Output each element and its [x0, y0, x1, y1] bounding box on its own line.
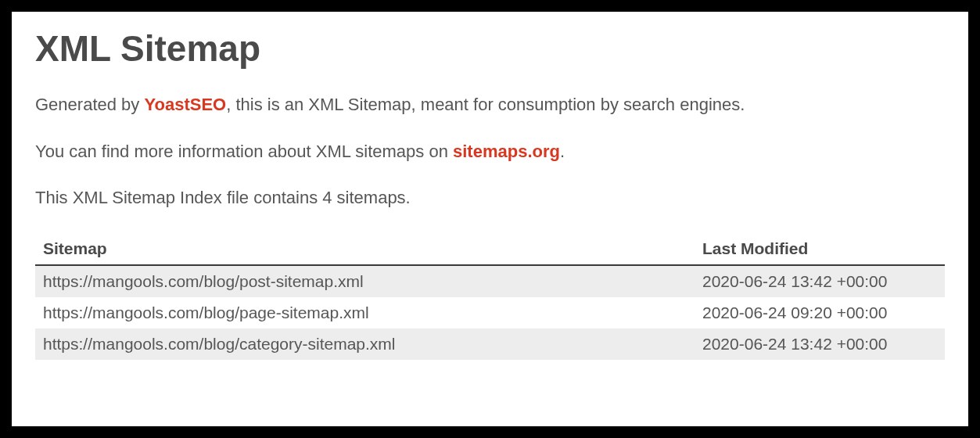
- table-header-row: Sitemap Last Modified: [35, 233, 945, 265]
- intro-text: You can find more information about XML …: [35, 142, 453, 161]
- last-modified-value: 2020-06-24 13:42 +00:00: [695, 265, 945, 297]
- last-modified-value: 2020-06-24 13:42 +00:00: [695, 328, 945, 360]
- intro-text: Generated by: [35, 95, 144, 114]
- table-row: https://mangools.com/blog/page-sitemap.x…: [35, 297, 945, 328]
- header-last-modified: Last Modified: [695, 233, 945, 265]
- intro-paragraph-2: You can find more information about XML …: [35, 140, 945, 163]
- sitemap-table: Sitemap Last Modified https://mangools.c…: [35, 233, 945, 360]
- intro-block: Generated by YoastSEO, this is an XML Si…: [35, 93, 945, 210]
- intro-paragraph-3: This XML Sitemap Index file contains 4 s…: [35, 186, 945, 210]
- page-title: XML Sitemap: [35, 27, 945, 70]
- sitemap-url[interactable]: https://mangools.com/blog/page-sitemap.x…: [35, 297, 695, 328]
- table-row: https://mangools.com/blog/post-sitemap.x…: [35, 265, 945, 297]
- header-sitemap: Sitemap: [35, 233, 695, 265]
- sitemap-page: XML Sitemap Generated by YoastSEO, this …: [12, 12, 968, 426]
- intro-paragraph-1: Generated by YoastSEO, this is an XML Si…: [35, 93, 945, 117]
- sitemap-url[interactable]: https://mangools.com/blog/post-sitemap.x…: [35, 265, 695, 297]
- intro-text: .: [560, 142, 565, 161]
- last-modified-value: 2020-06-24 09:20 +00:00: [695, 297, 945, 328]
- table-row: https://mangools.com/blog/category-sitem…: [35, 328, 945, 360]
- sitemap-url[interactable]: https://mangools.com/blog/category-sitem…: [35, 328, 695, 360]
- yoastseo-link[interactable]: YoastSEO: [144, 95, 226, 114]
- intro-text: , this is an XML Sitemap, meant for cons…: [226, 95, 745, 114]
- sitemapsorg-link[interactable]: sitemaps.org: [453, 142, 560, 161]
